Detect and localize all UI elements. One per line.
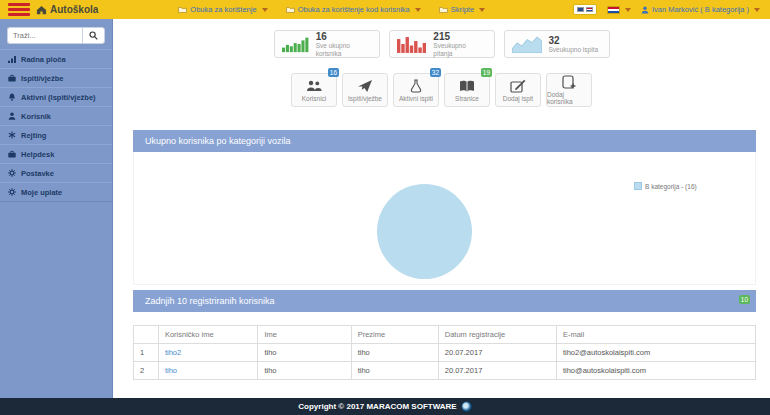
bar-chart-icon — [8, 55, 16, 63]
footer: Copyright © 2017 MARACOM SOFTWARE — [0, 398, 770, 415]
user-icon — [641, 6, 649, 14]
stat-total-users: 16 Sve ukupno korisnika — [274, 30, 380, 58]
sidebar-item-label: Rejting — [21, 131, 46, 140]
table-cell: tiho@autoskolaispiti.com — [556, 362, 755, 380]
username-link[interactable]: tiho2 — [165, 348, 181, 357]
copyright-text: Copyright © 2017 MARACOM SOFTWARE — [298, 402, 456, 411]
panel-recent-users: Zadnjih 10 registriranih korisnika 10 — [133, 290, 756, 312]
shortcut-dodaj-korisnika[interactable]: Dodaj korisnika — [546, 73, 592, 107]
sidebar-item-korisnik[interactable]: Korisnik — [0, 106, 112, 126]
sidebar-item-moje-uplate[interactable]: Moje uplate — [0, 182, 112, 202]
shortcut-dodaj-ispit[interactable]: Dodaj ispit — [495, 73, 541, 107]
table-cell: 20.07.2017 — [438, 362, 556, 380]
sidebar-item-helpdesk[interactable]: Helpdesk — [0, 144, 112, 164]
table-cell: tiho — [258, 362, 351, 380]
sidebar-item-radna-ploca[interactable]: Radna ploča — [0, 49, 112, 69]
folder-icon — [439, 6, 448, 13]
maracom-logo-icon — [461, 401, 472, 412]
send-icon — [357, 79, 373, 93]
sidebar-menu: Radna ploča Ispiti/vježbe Aktivni (Ispit… — [0, 49, 112, 202]
stat-label: Sve ukupno korisnika — [316, 42, 372, 58]
legend-swatch — [634, 182, 642, 190]
briefcase-icon — [8, 150, 16, 158]
hamburger-menu-icon[interactable] — [8, 3, 30, 16]
gear-icon — [8, 169, 16, 177]
sidebar-item-label: Radna ploča — [21, 55, 66, 64]
pie-legend: B kategorija - (16) — [634, 182, 697, 190]
legend-label: B kategorija - (16) — [645, 183, 697, 190]
brand[interactable]: Autoškola — [36, 4, 98, 15]
table-cell: tiho — [258, 344, 351, 362]
language-switcher[interactable] — [573, 4, 597, 15]
sidebar-item-postavke[interactable]: Postavke — [0, 163, 112, 183]
shortcut-label: Dodaj korisnika — [547, 91, 591, 105]
user-menu[interactable]: Ivan Marković ( B kategorija ) — [641, 5, 760, 14]
table-cell: tiho — [351, 344, 438, 362]
username-link[interactable]: tiho — [165, 366, 177, 375]
flag-icon — [586, 7, 593, 12]
shortcut-korisnici[interactable]: 16 Korisnici — [291, 73, 337, 107]
nav-item-obuka-za-koristenje[interactable]: Obuka za korištenje — [178, 5, 267, 14]
brand-label: Autoškola — [50, 4, 98, 15]
column-header: Prezime — [351, 326, 438, 344]
sidebar-item-label: Helpdesk — [21, 150, 54, 159]
stat-value: 16 — [316, 31, 372, 42]
folder-icon — [178, 6, 187, 13]
column-header: Korisničko ime — [158, 326, 258, 344]
shortcut-ispiti-vjezbe[interactable]: Ispiti/vježbe — [342, 73, 388, 107]
stat-total-questions: 215 Sveukupno pitanja — [389, 30, 495, 58]
navbar-right: Ivan Marković ( B kategorija ) — [573, 4, 770, 15]
sidebar-search — [7, 27, 105, 44]
sidebar: Radna ploča Ispiti/vježbe Aktivni (Ispit… — [0, 19, 113, 398]
shortcut-label: Aktivni ispiti — [399, 95, 433, 102]
chevron-down-icon — [479, 8, 485, 12]
shortcut-label: Dodaj ispit — [503, 95, 533, 102]
language-flag-dropdown[interactable] — [607, 6, 631, 14]
shortcut-aktivni-ispiti[interactable]: 32 Aktivni ispiti — [393, 73, 439, 107]
shortcut-label: Korisnici — [302, 95, 327, 102]
users-icon — [306, 79, 322, 93]
table-cell: 1 — [134, 344, 159, 362]
green-bar-chart-icon — [282, 35, 309, 53]
stat-value: 32 — [549, 35, 599, 46]
pie-chart-area: B kategorija - (16) — [133, 152, 756, 285]
sidebar-item-label: Aktivni (Ispiti/vježbe) — [21, 93, 96, 102]
recent-users-table: Korisničko ime Ime Prezime Datum registr… — [133, 325, 756, 380]
red-bar-chart-icon — [397, 35, 427, 53]
count-badge: 32 — [430, 68, 441, 77]
stats-row: 16 Sve ukupno korisnika 215 Sveukupno pi… — [113, 30, 770, 58]
user-icon — [8, 112, 16, 120]
main-content: 16 Sve ukupno korisnika 215 Sveukupno pi… — [113, 19, 770, 398]
nav-item-skripte[interactable]: Skripte — [439, 5, 485, 14]
sidebar-item-label: Postavke — [21, 169, 54, 178]
nav-item-obuka-kod-korisnika[interactable]: Obuka za korištenje kod korisnika — [286, 5, 421, 14]
count-badge: 19 — [481, 68, 492, 77]
search-icon — [89, 31, 98, 40]
sidebar-item-aktivni-ispiti[interactable]: Aktivni (Ispiti/vježbe) — [0, 87, 112, 107]
column-header: E-mail — [556, 326, 755, 344]
table-cell: tiho2 — [158, 344, 258, 362]
sidebar-item-rejting[interactable]: Rejting — [0, 125, 112, 145]
bell-icon — [8, 93, 16, 101]
shortcut-label: Stranice — [455, 95, 479, 102]
shortcut-stranice[interactable]: 19 Stranice — [444, 73, 490, 107]
table-row: 1tiho2tihotiho20.07.2017tiho2@autoskolai… — [134, 344, 756, 362]
folder-icon — [286, 6, 295, 13]
column-header — [134, 326, 159, 344]
briefcase-icon — [8, 74, 16, 82]
sidebar-item-label: Ispiti/vježbe — [21, 74, 64, 83]
table-cell: tiho — [158, 362, 258, 380]
search-input[interactable] — [7, 27, 82, 44]
column-header: Datum registracije — [438, 326, 556, 344]
nav-item-label: Skripte — [451, 5, 474, 14]
table-cell: tiho — [351, 362, 438, 380]
search-button[interactable] — [82, 27, 105, 44]
top-navbar: Autoškola Obuka za korištenje Obuka za k… — [0, 0, 770, 19]
table-header-row: Korisničko ime Ime Prezime Datum registr… — [134, 326, 756, 344]
sidebar-item-ispiti-vjezbe[interactable]: Ispiti/vježbe — [0, 68, 112, 88]
chevron-down-icon — [262, 8, 268, 12]
user-name-label: Ivan Marković ( B kategorija ) — [652, 5, 749, 14]
shortcut-label: Ispiti/vježbe — [348, 95, 382, 102]
panel-title: Zadnjih 10 registriranih korisnika — [145, 296, 275, 306]
count-badge: 16 — [328, 68, 339, 77]
